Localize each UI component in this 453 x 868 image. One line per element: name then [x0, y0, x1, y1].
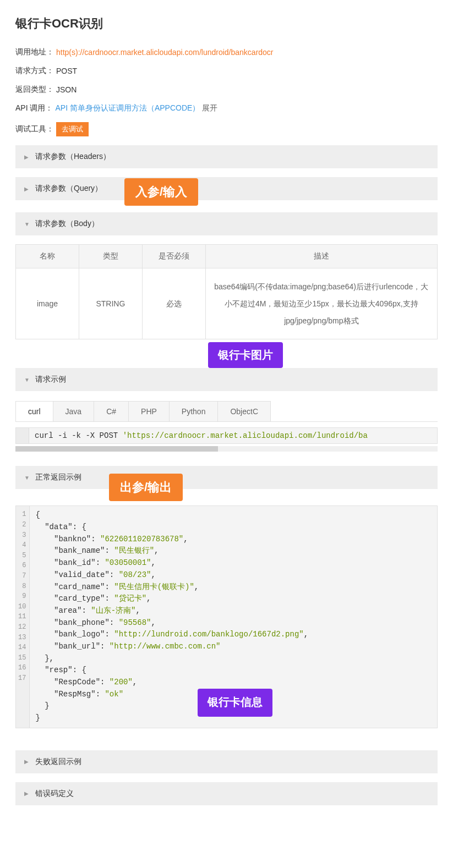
line-number — [16, 428, 29, 443]
api-call-expand[interactable]: 展开 — [202, 103, 217, 113]
api-call-row: API 调用： API 简单身份认证调用方法（APPCODE） 展开 — [15, 103, 438, 113]
chevron-down-icon: ▼ — [24, 221, 30, 227]
chevron-right-icon: ▶ — [24, 186, 30, 192]
body-params-table: 名称 类型 是否必须 描述 image STRING 必选 base64编码(不… — [15, 244, 438, 339]
chevron-down-icon: ▼ — [24, 475, 30, 481]
section-normal-response[interactable]: ▼ 正常返回示例 — [15, 466, 438, 489]
return-value: JSON — [56, 85, 77, 94]
th-type: 类型 — [79, 245, 142, 268]
section-fail-response-label: 失败返回示例 — [35, 757, 81, 767]
td-type: STRING — [79, 268, 142, 339]
api-url-link[interactable]: http(s)://cardnoocr.market.alicloudapi.c… — [56, 48, 274, 57]
body-params-table-wrapper: 名称 类型 是否必须 描述 image STRING 必选 base64编码(不… — [15, 244, 438, 339]
json-code: { "data": { "bankno": "6226011020783678"… — [30, 506, 437, 727]
api-call-label: API 调用： — [15, 103, 53, 113]
section-query-label: 请求参数（Query） — [35, 184, 102, 194]
section-request-example[interactable]: ▼ 请求示例 — [15, 368, 438, 391]
api-url-row: 调用地址： http(s)://cardnoocr.market.aliclou… — [15, 47, 438, 57]
section-body-label: 请求参数（Body） — [35, 219, 99, 229]
api-call-link[interactable]: API 简单身份认证调用方法（APPCODE） — [55, 103, 200, 113]
url-label: 调用地址： — [15, 47, 54, 57]
tab-php[interactable]: PHP — [128, 401, 170, 421]
chevron-right-icon: ▶ — [24, 790, 30, 796]
section-request-example-label: 请求示例 — [35, 375, 66, 384]
page-title: 银行卡OCR识别 — [15, 15, 438, 32]
th-desc: 描述 — [205, 245, 437, 268]
section-fail-response[interactable]: ▶ 失败返回示例 — [15, 750, 438, 773]
tab-csharp[interactable]: C# — [94, 401, 129, 421]
section-normal-response-label: 正常返回示例 — [35, 473, 81, 482]
section-body[interactable]: ▼ 请求参数（Body） — [15, 212, 438, 235]
return-type-row: 返回类型： JSON — [15, 85, 438, 95]
tab-objectc[interactable]: ObjectC — [217, 401, 271, 421]
section-error-codes[interactable]: ▶ 错误码定义 — [15, 782, 438, 805]
json-line-numbers: 1234567891011121314151617 — [16, 506, 30, 727]
th-required: 是否必须 — [142, 245, 205, 268]
section-error-codes-label: 错误码定义 — [35, 789, 74, 799]
chevron-right-icon: ▶ — [24, 154, 30, 160]
table-row: image STRING 必选 base64编码(不传data:image/pn… — [16, 268, 438, 339]
section-headers[interactable]: ▶ 请求参数（Headers） — [15, 145, 438, 168]
return-label: 返回类型： — [15, 85, 54, 95]
json-response-block: 1234567891011121314151617 { "data": { "b… — [15, 506, 438, 728]
tab-curl[interactable]: curl — [15, 401, 53, 421]
method-label: 请求方式： — [15, 66, 54, 76]
section-query[interactable]: ▶ 请求参数（Query） — [15, 177, 438, 200]
td-name: image — [16, 268, 79, 339]
method-row: 请求方式： POST — [15, 66, 438, 76]
code-tabs: curl Java C# PHP Python ObjectC — [15, 401, 438, 422]
td-required: 必选 — [142, 268, 205, 339]
curl-code-block: curl -i -k -X POST 'https://cardnoocr.ma… — [15, 427, 438, 444]
curl-code-line: curl -i -k -X POST 'https://cardnoocr.ma… — [29, 428, 373, 443]
chevron-right-icon: ▶ — [24, 759, 30, 765]
td-desc: base64编码(不传data:image/png;base64)后进行urle… — [205, 268, 437, 339]
tab-java[interactable]: Java — [53, 401, 95, 421]
tab-python[interactable]: Python — [169, 401, 219, 421]
debug-row: 调试工具： 去调试 — [15, 122, 438, 136]
th-name: 名称 — [16, 245, 79, 268]
chevron-down-icon: ▼ — [24, 377, 30, 383]
debug-button[interactable]: 去调试 — [56, 122, 89, 136]
scrollbar-thumb[interactable] — [15, 446, 218, 452]
horiz-scrollbar[interactable] — [15, 446, 438, 452]
debug-label: 调试工具： — [15, 124, 54, 134]
callout-image: 银行卡图片 — [208, 342, 283, 368]
section-headers-label: 请求参数（Headers） — [35, 152, 111, 162]
method-value: POST — [56, 67, 77, 75]
